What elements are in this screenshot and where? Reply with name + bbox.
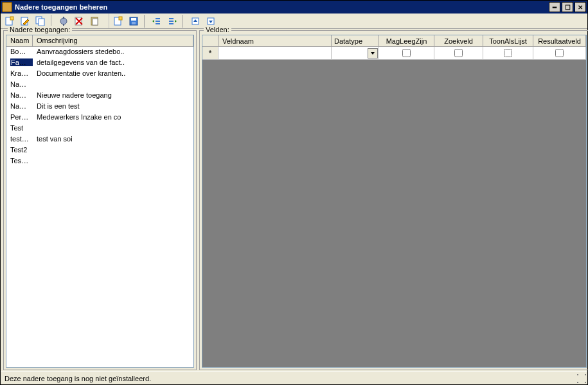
- svg-rect-15: [132, 22, 136, 24]
- list-item[interactable]: BouwdossiersAanvraagdossiers stedebo..: [6, 47, 193, 58]
- list-item-naam: Bouwdossiers: [6, 47, 33, 58]
- list-item[interactable]: PersoneelsdossiersMedewerkers Inzake en …: [6, 112, 193, 123]
- list-item[interactable]: Test: [6, 123, 193, 134]
- grid-cell-veldnaam[interactable]: [218, 47, 332, 60]
- paste-button[interactable]: [88, 15, 101, 28]
- column-naam[interactable]: Naam: [6, 35, 33, 47]
- left-fieldset: Nadere toegangen: Naam Omschrijving Bouw…: [3, 30, 197, 370]
- outdent-button[interactable]: [150, 15, 163, 28]
- list-item-naam: Nadere toegang #4: [6, 102, 33, 112]
- svg-rect-1: [10, 17, 13, 20]
- svg-rect-4: [39, 19, 44, 26]
- list-item-naam: Nadere toegang #2: [6, 91, 33, 102]
- svg-point-5: [60, 18, 67, 24]
- result-checkbox[interactable]: [555, 49, 564, 57]
- grid-new-row[interactable]: *: [202, 47, 586, 60]
- move-up-button[interactable]: [189, 15, 202, 28]
- list-item-naam: Personeelsdossiers: [6, 112, 33, 123]
- list-item-omschrijving: [33, 145, 193, 156]
- list-item-omschrijving: Dit is een test: [33, 102, 193, 112]
- list-item-naam: Krantenknipsels: [6, 69, 33, 80]
- list-item-naam: Test45: [6, 156, 33, 167]
- grid-col-toonalslijst[interactable]: ToonAlsLijst: [483, 35, 533, 47]
- list-item-omschrijving: detailgegevens van de fact..: [33, 58, 193, 69]
- zoekveld-checkbox[interactable]: [454, 49, 463, 57]
- list-item-naam: Test: [6, 123, 33, 134]
- list-item-omschrijving: Aanvraagdossiers stedebo..: [33, 47, 193, 58]
- list-item[interactable]: test soitest van soi: [6, 134, 193, 145]
- titlebar[interactable]: Nadere toegangen beheren ━ ☐ ✕: [1, 1, 587, 13]
- list-item-naam: Test2: [6, 145, 33, 156]
- grid-cell-datatype[interactable]: [332, 47, 379, 60]
- toolbar-separator: [183, 15, 185, 28]
- grid-col-resultaatveld[interactable]: Resultaatveld: [533, 35, 586, 47]
- list-item-omschrijving: Medewerkers Inzake en co: [33, 112, 193, 123]
- list-item[interactable]: Facturendetailgegevens van de fact..: [6, 58, 193, 69]
- delete-button[interactable]: [73, 15, 85, 28]
- grid-col-zoekveld[interactable]: Zoekveld: [434, 35, 483, 47]
- list-item-omschrijving: [33, 156, 193, 167]
- list-item-naam: test soi: [6, 134, 33, 145]
- fields-new-button[interactable]: [112, 15, 125, 28]
- grid-cell-magleegzijn[interactable]: [379, 47, 434, 60]
- list-item[interactable]: Nadere toegang # 8: [6, 80, 193, 91]
- resize-grip[interactable]: [577, 374, 586, 383]
- svg-rect-14: [131, 18, 136, 21]
- grid-cell-toonalslijst[interactable]: [483, 47, 533, 60]
- indent-button[interactable]: [166, 15, 179, 28]
- grid-col-magleegzijn[interactable]: MagLeegZijn: [379, 35, 434, 47]
- grid-header: Veldnaam Datatype MagLeegZijn Zoekveld T…: [202, 35, 586, 47]
- list-item[interactable]: Test2: [6, 145, 193, 156]
- grid-row-marker: *: [202, 47, 218, 60]
- list-item[interactable]: Nadere toegang #4Dit is een test: [6, 102, 193, 112]
- fields-save-button[interactable]: [127, 15, 140, 28]
- close-button[interactable]: ✕: [575, 2, 586, 12]
- svg-rect-12: [119, 17, 122, 20]
- right-legend: Velden:: [204, 26, 231, 33]
- window-title: Nadere toegangen beheren: [15, 3, 549, 11]
- list-item[interactable]: Nadere toegang #2Nieuwe nadere toegang: [6, 91, 193, 102]
- grid-cell-resultaatveld[interactable]: [533, 47, 586, 60]
- grid-col-rowheader[interactable]: [202, 35, 218, 47]
- velden-grid[interactable]: Veldnaam Datatype MagLeegZijn Zoekveld T…: [202, 35, 587, 368]
- list-item-omschrijving: [33, 80, 193, 91]
- svg-rect-6: [63, 17, 64, 19]
- list-item-omschrijving: test van soi: [33, 134, 193, 145]
- list-item[interactable]: KrantenknipselsDocumentatie over kranten…: [6, 69, 193, 80]
- list-item-naam: Nadere toegang # 8: [6, 80, 33, 91]
- left-legend: Nadere toegangen:: [8, 26, 72, 33]
- toolbar-separator: [144, 15, 147, 28]
- status-text: Deze nadere toegang is nog niet geïnstal…: [4, 375, 151, 382]
- status-bar: Deze nadere toegang is nog niet geïnstal…: [1, 372, 587, 384]
- toonals-checkbox[interactable]: [504, 49, 512, 57]
- list-item[interactable]: Test45: [6, 156, 193, 167]
- maximize-button[interactable]: ☐: [562, 2, 573, 12]
- list-item-omschrijving: [33, 123, 193, 134]
- minimize-button[interactable]: ━: [549, 2, 560, 12]
- column-omschrijving[interactable]: Omschrijving: [33, 35, 193, 47]
- app-window: Nadere toegangen beheren ━ ☐ ✕: [0, 0, 588, 385]
- list-item-omschrijving: Documentatie over kranten..: [33, 69, 193, 80]
- right-fieldset: Velden: Veldnaam Datatype MagLeegZijn Zo…: [199, 30, 588, 370]
- svg-rect-10: [93, 19, 98, 25]
- grid-cell-zoekveld[interactable]: [434, 47, 483, 60]
- toolbars: [1, 13, 587, 29]
- grid-col-datatype[interactable]: Datatype: [332, 35, 379, 47]
- list-item-naam: Facturen: [6, 58, 33, 69]
- nadere-toegangen-list[interactable]: Naam Omschrijving BouwdossiersAanvraagdo…: [6, 35, 194, 368]
- grid-col-veldnaam[interactable]: Veldnaam: [218, 35, 332, 47]
- left-panel: Nadere toegangen: Naam Omschrijving Bouw…: [1, 29, 198, 372]
- list-item-omschrijving: Nieuwe nadere toegang: [33, 91, 193, 102]
- window-buttons: ━ ☐ ✕: [549, 2, 586, 12]
- right-panel: Velden: Veldnaam Datatype MagLeegZijn Zo…: [198, 29, 588, 372]
- list-header: Naam Omschrijving: [6, 35, 193, 47]
- magleeg-checkbox[interactable]: [402, 49, 411, 57]
- content-area: Nadere toegangen: Naam Omschrijving Bouw…: [1, 29, 587, 372]
- datatype-dropdown-button[interactable]: [368, 48, 378, 58]
- app-icon: [2, 2, 12, 12]
